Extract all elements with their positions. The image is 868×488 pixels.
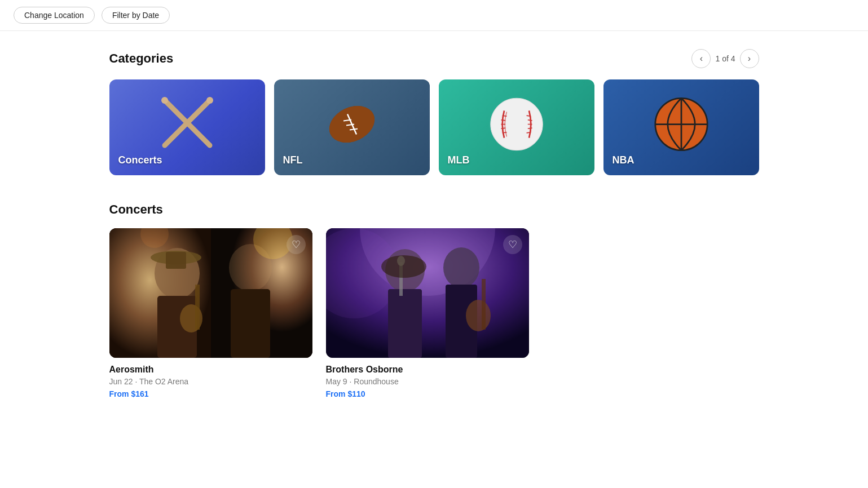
svg-line-13	[501, 120, 505, 121]
svg-line-20	[527, 128, 532, 128]
brothers-osborne-photo	[326, 228, 529, 358]
baseball-icon	[486, 94, 548, 156]
heart-icon: ♡	[292, 238, 301, 251]
aerosmith-price: From $161	[109, 389, 312, 398]
svg-point-3	[206, 97, 213, 104]
categories-title: Categories	[109, 51, 174, 66]
categories-pagination: ‹ 1 of 4 ›	[691, 49, 759, 68]
concerts-grid: ♡ Aerosmith Jun 22 · The O2 Arena From $…	[109, 228, 759, 398]
svg-line-12	[502, 116, 506, 116]
category-card-nba[interactable]: NBA	[603, 79, 759, 175]
svg-line-15	[501, 128, 505, 128]
svg-rect-32	[231, 289, 270, 358]
svg-rect-38	[166, 252, 186, 269]
event-card-aerosmith[interactable]: ♡ Aerosmith Jun 22 · The O2 Arena From $…	[109, 228, 312, 398]
svg-point-44	[443, 247, 479, 288]
aerosmith-favorite-button[interactable]: ♡	[287, 235, 306, 254]
svg-point-50	[381, 255, 426, 278]
top-bar: Change Location Filter by Date	[0, 0, 868, 31]
category-card-concerts[interactable]: Concerts	[109, 79, 265, 175]
categories-prev-button[interactable]: ‹	[691, 49, 711, 68]
aerosmith-meta: Jun 22 · The O2 Arena	[109, 377, 312, 386]
svg-rect-43	[388, 289, 422, 358]
filter-by-date-button[interactable]: Filter by Date	[102, 7, 170, 24]
pagination-text: 1 of 4	[715, 54, 735, 63]
chevron-left-icon: ‹	[700, 54, 703, 64]
change-location-button[interactable]: Change Location	[14, 7, 95, 24]
svg-line-17	[526, 116, 531, 116]
category-card-nfl[interactable]: NFL	[274, 79, 430, 175]
svg-line-16	[502, 132, 506, 133]
svg-point-48	[466, 300, 491, 331]
brothers-osborne-price: From $110	[326, 389, 529, 398]
brothers-osborne-meta: May 9 · Roundhouse	[326, 377, 529, 386]
football-icon	[318, 94, 386, 156]
brothers-osborne-favorite-button[interactable]: ♡	[503, 235, 522, 254]
concerts-section: Concerts	[109, 202, 759, 398]
aerosmith-photo	[109, 228, 312, 358]
categories-next-button[interactable]: ›	[740, 49, 759, 68]
svg-rect-34	[195, 285, 200, 330]
categories-grid: Concerts NFL	[109, 79, 759, 175]
mlb-category-label: MLB	[448, 154, 470, 166]
drumsticks-icon	[153, 95, 221, 151]
chevron-right-icon: ›	[748, 54, 751, 64]
categories-header: Categories ‹ 1 of 4 ›	[109, 49, 759, 68]
nba-category-label: NBA	[613, 154, 635, 166]
heart-icon-2: ♡	[508, 238, 517, 251]
nfl-category-label: NFL	[283, 154, 303, 166]
aerosmith-image: ♡	[109, 228, 312, 358]
concerts-section-title: Concerts	[109, 202, 759, 217]
main-content: Categories ‹ 1 of 4 › Concerts	[96, 31, 773, 425]
brothers-osborne-image: ♡	[326, 228, 529, 358]
svg-rect-49	[482, 279, 486, 330]
category-card-mlb[interactable]: MLB	[439, 79, 594, 175]
aerosmith-name: Aerosmith	[109, 365, 312, 375]
svg-point-2	[161, 97, 168, 104]
event-card-brothers-osborne[interactable]: ♡ Brothers Osborne May 9 · Roundhouse Fr…	[326, 228, 529, 398]
brothers-osborne-name: Brothers Osborne	[326, 365, 529, 375]
concerts-category-label: Concerts	[118, 154, 162, 166]
basketball-icon	[650, 94, 712, 156]
svg-line-18	[527, 120, 532, 121]
svg-line-21	[526, 132, 531, 133]
